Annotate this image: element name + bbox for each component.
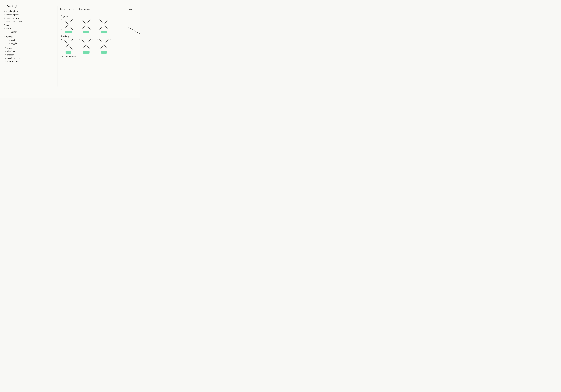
pizza-tag-2: [83, 31, 89, 33]
list-item: × specialty pizza: [3, 13, 53, 16]
pizza-tag-3: [101, 31, 107, 33]
x-mark: ×: [3, 24, 5, 26]
list-item: × size: [3, 24, 53, 26]
x-mark: ×: [5, 57, 6, 59]
title-underline: [3, 8, 28, 8]
specialty-section-label: Specialty: [61, 35, 132, 38]
pizza-tag-1: [65, 31, 72, 33]
specialty-pizza-row: [61, 39, 132, 54]
x-mark: ×: [3, 35, 5, 37]
list-item: × sauce: [3, 27, 53, 29]
item-text: toppings: [6, 35, 13, 37]
list-item: × crust / crust flavor: [3, 20, 53, 22]
specialty-pizza-card-2[interactable]: [78, 39, 94, 54]
popular-pizza-card-1[interactable]: [61, 19, 76, 33]
list-item: × special requests: [5, 57, 53, 59]
nav-logo[interactable]: Logo: [60, 8, 65, 10]
specialty-tag-2: [83, 51, 89, 54]
notes-section: Pizza app × popular pizza × specialty pi…: [3, 3, 53, 64]
toppings-veggies-subitem: veggies: [8, 42, 53, 45]
specialty-pizza-card-1[interactable]: [61, 39, 76, 54]
checklist: × popular pizza × specialty pizza × crea…: [3, 10, 53, 29]
x-mark: ×: [3, 27, 5, 29]
x-mark: ×: [5, 60, 6, 63]
title-area: Pizza app: [3, 3, 53, 8]
item-text: size: [6, 24, 9, 26]
popular-pizza-card-3[interactable]: [96, 19, 112, 33]
page-title: Pizza app: [3, 3, 53, 8]
checklist-end: × price × checkout × modify × special re…: [3, 47, 53, 63]
item-text: sauce: [6, 27, 11, 29]
sauce-amount-subitem: amount: [8, 31, 53, 33]
x-mark: ×: [5, 50, 6, 52]
content-area: Popular Specialt: [58, 12, 135, 61]
pizza-image-2: [79, 19, 93, 30]
list-item: × create your own: [3, 17, 53, 19]
item-text: create your own: [6, 17, 20, 19]
nav-menu[interactable]: menu: [69, 8, 74, 10]
nav-cart[interactable]: cart: [129, 8, 132, 10]
list-item: × toppings: [3, 35, 53, 37]
popular-pizza-card-2[interactable]: [78, 19, 94, 33]
item-text: checkout: [7, 50, 15, 52]
wireframe-section: Logo menu deals rewards cart Popular: [58, 6, 136, 90]
wireframe-browser: Logo menu deals rewards cart Popular: [58, 6, 135, 87]
specialty-tag-1: [65, 51, 71, 54]
item-text: popular pizza: [6, 10, 18, 12]
list-item: × modify: [5, 54, 53, 56]
specialty-image-1: [61, 39, 75, 50]
pizza-image-3: [97, 19, 111, 30]
x-mark: ×: [3, 10, 5, 12]
nav-bar: Logo menu deals rewards cart: [58, 6, 135, 12]
x-mark: ×: [3, 13, 5, 16]
specialty-image-3: [97, 39, 111, 50]
nav-deals-rewards[interactable]: deals rewards: [79, 8, 90, 10]
x-mark: ×: [3, 17, 5, 19]
item-text: crust / crust flavor: [6, 20, 22, 22]
item-text: modify: [7, 54, 14, 56]
popular-pizza-row: [61, 19, 132, 33]
item-text: price: [7, 47, 12, 49]
specialty-image-2: [79, 39, 93, 50]
x-mark: ×: [5, 54, 6, 56]
page: Pizza app × popular pizza × specialty pi…: [0, 0, 140, 98]
create-section-label: Create your own: [61, 55, 132, 58]
list-item: × checkout: [5, 50, 53, 52]
list-item: × popular pizza: [3, 10, 53, 12]
x-mark: ×: [3, 20, 5, 22]
x-mark: ×: [5, 47, 6, 49]
list-item: × nutrition info.: [5, 60, 53, 63]
checklist-continued: × toppings: [3, 35, 53, 37]
specialty-pizza-card-3[interactable]: [96, 39, 112, 54]
item-text: nutrition info.: [7, 60, 20, 63]
list-item: × price: [5, 47, 53, 49]
item-text: specialty pizza: [6, 13, 19, 16]
specialty-tag-3: [101, 51, 107, 54]
popular-section-label: Popular: [61, 15, 132, 18]
item-text: special requests: [7, 57, 22, 59]
toppings-meat-subitem: meat: [8, 39, 53, 41]
pizza-image-1: [61, 19, 75, 30]
